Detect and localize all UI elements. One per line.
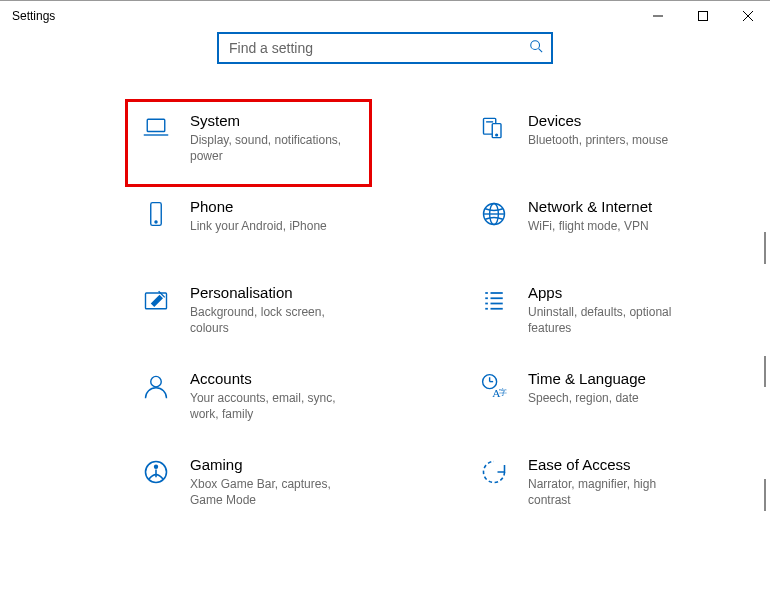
tile-apps[interactable]: Apps Uninstall, defaults, optional featu… bbox=[464, 272, 709, 358]
svg-point-11 bbox=[496, 134, 498, 136]
phone-icon bbox=[140, 200, 172, 232]
tile-desc: Speech, region, date bbox=[528, 390, 697, 406]
svg-line-3 bbox=[743, 11, 753, 21]
tile-title: System bbox=[190, 112, 359, 130]
svg-text:字: 字 bbox=[499, 388, 507, 397]
ease-of-access-icon bbox=[478, 458, 510, 490]
window-title: Settings bbox=[12, 9, 55, 23]
svg-rect-1 bbox=[698, 11, 707, 20]
tile-personalisation[interactable]: Personalisation Background, lock screen,… bbox=[126, 272, 371, 358]
tile-title: Apps bbox=[528, 284, 697, 302]
tile-desc: Display, sound, notifications, power bbox=[190, 132, 359, 164]
tile-accounts[interactable]: Accounts Your accounts, email, sync, wor… bbox=[126, 358, 371, 444]
search-box[interactable] bbox=[217, 32, 553, 64]
search-icon bbox=[529, 39, 543, 57]
tile-title: Personalisation bbox=[190, 284, 359, 302]
tile-network[interactable]: Network & Internet WiFi, flight mode, VP… bbox=[464, 186, 709, 272]
tile-title: Phone bbox=[190, 198, 359, 216]
tile-desc: Your accounts, email, sync, work, family bbox=[190, 390, 359, 422]
svg-point-34 bbox=[154, 465, 158, 469]
time-language-icon: A 字 bbox=[478, 372, 510, 404]
tile-title: Time & Language bbox=[528, 370, 697, 388]
tile-phone[interactable]: Phone Link your Android, iPhone bbox=[126, 186, 371, 272]
svg-point-4 bbox=[531, 41, 540, 50]
svg-point-13 bbox=[155, 221, 157, 223]
tile-title: Devices bbox=[528, 112, 697, 130]
tile-desc: Background, lock screen, colours bbox=[190, 304, 359, 336]
tile-ease-of-access[interactable]: Ease of Access Narrator, magnifier, high… bbox=[464, 444, 709, 530]
svg-point-27 bbox=[151, 376, 162, 387]
globe-icon bbox=[478, 200, 510, 232]
svg-rect-6 bbox=[147, 119, 165, 131]
tile-title: Ease of Access bbox=[528, 456, 697, 474]
close-button[interactable] bbox=[725, 1, 770, 31]
svg-line-2 bbox=[743, 11, 753, 21]
tile-devices[interactable]: Devices Bluetooth, printers, mouse bbox=[464, 100, 709, 186]
laptop-icon bbox=[140, 114, 172, 146]
tile-desc: WiFi, flight mode, VPN bbox=[528, 218, 697, 234]
tile-title: Accounts bbox=[190, 370, 359, 388]
content-area: System Display, sound, notifications, po… bbox=[0, 32, 770, 530]
tile-title: Gaming bbox=[190, 456, 359, 474]
tile-desc: Narrator, magnifier, high contrast bbox=[528, 476, 697, 508]
minimize-button[interactable] bbox=[635, 1, 680, 31]
apps-icon bbox=[478, 286, 510, 318]
tile-title: Network & Internet bbox=[528, 198, 697, 216]
settings-grid: System Display, sound, notifications, po… bbox=[0, 100, 770, 530]
window-controls bbox=[635, 1, 770, 30]
tile-desc: Uninstall, defaults, optional features bbox=[528, 304, 697, 336]
tile-desc: Xbox Game Bar, captures, Game Mode bbox=[190, 476, 359, 508]
titlebar: Settings bbox=[0, 0, 770, 30]
tile-gaming[interactable]: Gaming Xbox Game Bar, captures, Game Mod… bbox=[126, 444, 371, 530]
devices-icon bbox=[478, 114, 510, 146]
tile-desc: Link your Android, iPhone bbox=[190, 218, 359, 234]
maximize-button[interactable] bbox=[680, 1, 725, 31]
scrollbar[interactable] bbox=[760, 232, 768, 603]
search-input[interactable] bbox=[227, 39, 529, 57]
tile-system[interactable]: System Display, sound, notifications, po… bbox=[126, 100, 371, 186]
gaming-icon bbox=[140, 458, 172, 490]
tile-desc: Bluetooth, printers, mouse bbox=[528, 132, 697, 148]
svg-line-5 bbox=[539, 49, 543, 53]
person-icon bbox=[140, 372, 172, 404]
brush-icon bbox=[140, 286, 172, 318]
tile-time-language[interactable]: A 字 Time & Language Speech, region, date bbox=[464, 358, 709, 444]
